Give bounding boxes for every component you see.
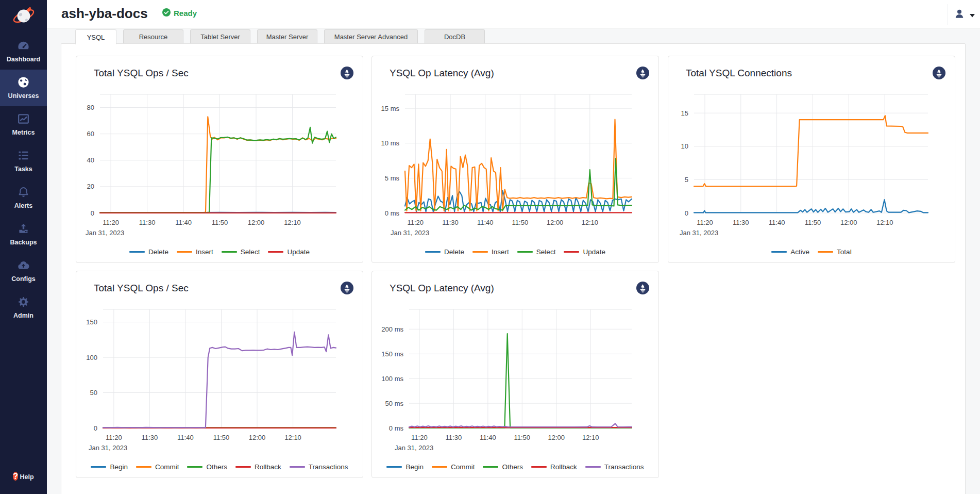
sidebar-item-dashboard[interactable]: Dashboard: [0, 33, 47, 70]
legend-item-others[interactable]: Others: [483, 463, 523, 471]
svg-text:100 ms: 100 ms: [381, 375, 403, 383]
legend-item-commit[interactable]: Commit: [136, 463, 179, 471]
metrics-panel: Total YSQL Ops / Sec 11:2011:3011:4011:5…: [61, 43, 966, 494]
rocket-planet-logo-icon: [11, 3, 36, 30]
user-icon: [953, 7, 966, 23]
prometheus-icon[interactable]: [636, 281, 650, 295]
tab-tablet-server[interactable]: Tablet Server: [190, 29, 250, 43]
header-divider: [948, 4, 948, 25]
legend-item-select[interactable]: Select: [222, 248, 260, 256]
svg-text:50: 50: [90, 389, 97, 397]
svg-text:50 ms: 50 ms: [385, 400, 404, 407]
chart-plot[interactable]: 11:2011:3011:4011:5012:0012:10050100150J…: [76, 302, 363, 457]
tab-master-server-advanced[interactable]: Master Server Advanced: [324, 29, 418, 43]
svg-text:11:20: 11:20: [411, 434, 428, 441]
app-logo[interactable]: [0, 0, 47, 33]
sidebar-item-label: Alerts: [14, 202, 32, 209]
status-label: Ready: [174, 9, 197, 18]
legend-label: Select: [241, 248, 260, 256]
legend-item-insert[interactable]: Insert: [177, 248, 213, 256]
svg-text:11:20: 11:20: [106, 434, 122, 441]
chart-canvas[interactable]: 11:2011:3011:4011:5012:0012:10020406080J…: [76, 87, 363, 242]
backups-upload-icon: [16, 222, 30, 236]
legend-item-select[interactable]: Select: [517, 248, 556, 256]
legend-swatch: [483, 466, 498, 468]
configs-cloud-icon: [16, 258, 30, 272]
sidebar-item-admin[interactable]: Admin: [0, 289, 47, 326]
prometheus-icon[interactable]: [340, 281, 354, 295]
svg-text:11:20: 11:20: [697, 219, 713, 226]
chart-canvas[interactable]: 11:2011:3011:4011:5012:0012:10050100150J…: [76, 302, 363, 457]
legend-item-rollback[interactable]: Rollback: [235, 463, 281, 471]
tab-label: Master Server: [266, 33, 309, 41]
legend-label: Begin: [405, 463, 424, 471]
chart-plot[interactable]: 11:2011:3011:4011:5012:0012:10020406080J…: [76, 87, 363, 242]
sidebar-item-configs[interactable]: Configs: [0, 253, 47, 289]
chart-legend: ActiveTotal: [668, 248, 955, 256]
chart-canvas[interactable]: 11:2011:3011:4011:5012:0012:100 ms50 ms1…: [372, 302, 658, 457]
tab-ysql[interactable]: YSQL: [75, 29, 116, 44]
svg-text:11:40: 11:40: [480, 434, 496, 441]
svg-text:11:20: 11:20: [408, 219, 424, 226]
svg-text:11:40: 11:40: [175, 219, 192, 226]
chart-title: Total YSQL Ops / Sec: [94, 283, 189, 294]
svg-text:40: 40: [87, 156, 94, 164]
legend-item-update[interactable]: Update: [268, 248, 310, 256]
svg-text:15 ms: 15 ms: [381, 105, 400, 112]
tab-label: Tablet Server: [200, 33, 240, 41]
svg-text:11:50: 11:50: [512, 219, 529, 226]
legend-label: Begin: [110, 463, 128, 471]
sidebar-item-metrics[interactable]: Metrics: [0, 106, 47, 143]
tab-master-server[interactable]: Master Server: [257, 29, 317, 43]
svg-text:11:30: 11:30: [142, 434, 158, 441]
svg-text:11:40: 11:40: [769, 219, 785, 226]
legend-item-rollback[interactable]: Rollback: [531, 463, 577, 471]
legend-item-total[interactable]: Total: [818, 248, 852, 256]
prometheus-icon[interactable]: [636, 66, 650, 80]
admin-gear-icon: [16, 295, 30, 309]
legend-item-others[interactable]: Others: [187, 463, 227, 471]
tab-label: Master Server Advanced: [334, 33, 408, 41]
svg-text:11:20: 11:20: [103, 219, 119, 226]
sidebar-item-help[interactable]: ? Help: [0, 464, 47, 490]
legend-item-update[interactable]: Update: [564, 248, 605, 256]
sidebar-item-backups[interactable]: Backups: [0, 216, 47, 253]
prometheus-icon[interactable]: [932, 66, 946, 80]
tab-docdb[interactable]: DocDB: [425, 29, 485, 43]
sidebar-item-tasks[interactable]: Tasks: [0, 143, 47, 179]
sidebar-item-alerts[interactable]: Alerts: [0, 179, 47, 216]
metrics-chart-icon: [16, 112, 30, 126]
sidebar-item-universes[interactable]: Universes: [0, 70, 47, 106]
sidebar-item-label: Tasks: [14, 166, 32, 173]
legend-item-delete[interactable]: Delete: [129, 248, 168, 256]
tab-resource[interactable]: Resource: [123, 29, 183, 43]
chart-plot[interactable]: 11:2011:3011:4011:5012:0012:100 ms5 ms10…: [372, 87, 658, 242]
legend-item-insert[interactable]: Insert: [472, 248, 509, 256]
user-menu-button[interactable]: [953, 7, 975, 23]
legend-item-delete[interactable]: Delete: [425, 248, 464, 256]
chart-canvas[interactable]: 11:2011:3011:4011:5012:0012:100 ms5 ms10…: [372, 87, 658, 242]
chart-plot[interactable]: 11:2011:3011:4011:5012:0012:10051015Jan …: [668, 87, 955, 242]
svg-text:200 ms: 200 ms: [381, 325, 403, 333]
svg-text:0 ms: 0 ms: [385, 209, 400, 217]
legend-swatch: [177, 251, 192, 253]
legend-item-transactions[interactable]: Transactions: [290, 463, 348, 471]
legend-item-transactions[interactable]: Transactions: [585, 463, 644, 471]
legend-item-commit[interactable]: Commit: [432, 463, 475, 471]
legend-item-begin[interactable]: Begin: [91, 463, 128, 471]
svg-text:80: 80: [87, 104, 94, 111]
legend-swatch: [290, 466, 305, 468]
chart-card-ysql-op-latency-transactions: YSQL Op Latency (Avg) 11:2011:3011:4011:…: [371, 271, 659, 478]
legend-item-begin[interactable]: Begin: [386, 463, 424, 471]
prometheus-icon[interactable]: [340, 66, 354, 80]
svg-text:11:30: 11:30: [446, 434, 462, 441]
svg-text:0: 0: [94, 424, 97, 432]
sidebar-item-label: Help: [20, 473, 34, 481]
legend-item-active[interactable]: Active: [771, 248, 809, 256]
svg-text:12:10: 12:10: [284, 219, 301, 226]
chart-plot[interactable]: 11:2011:3011:4011:5012:0012:100 ms50 ms1…: [372, 302, 658, 457]
legend-swatch: [432, 466, 447, 468]
legend-swatch: [585, 466, 601, 468]
chart-canvas[interactable]: 11:2011:3011:4011:5012:0012:10051015Jan …: [668, 87, 955, 242]
legend-label: Insert: [196, 248, 213, 256]
